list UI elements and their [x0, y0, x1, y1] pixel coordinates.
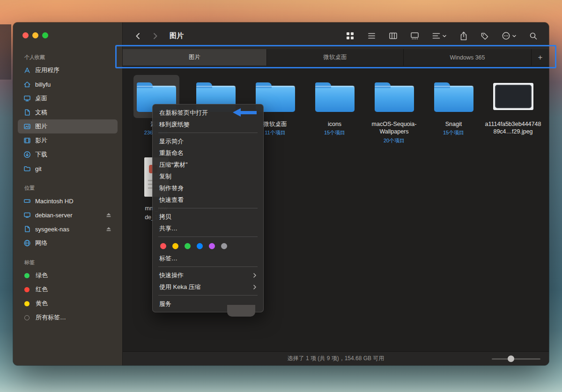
- sidebar-item-tag-red[interactable]: 红色: [18, 282, 118, 296]
- tag-color-purple[interactable]: [209, 243, 215, 249]
- menu-item-label: 拷贝: [159, 213, 171, 221]
- yellow-tag-icon: [24, 301, 30, 306]
- new-tab-button[interactable]: +: [532, 49, 549, 66]
- search-button[interactable]: [529, 32, 538, 40]
- tag-color-gray[interactable]: [221, 243, 227, 249]
- file-folder-snagit[interactable]: Snagit 15个项目: [424, 75, 483, 144]
- slider-track[interactable]: [492, 358, 540, 360]
- back-button[interactable]: [134, 32, 142, 40]
- menu-item-keka-compress[interactable]: 使用 Keka 压缩: [153, 281, 263, 293]
- tags-button[interactable]: [481, 32, 489, 40]
- menu-item-label: 共享…: [159, 224, 177, 233]
- zoom-button[interactable]: [42, 32, 48, 38]
- sidebar-item-label: 影片: [35, 136, 47, 145]
- sidebar-item-all-tags[interactable]: 所有标签…: [18, 311, 118, 325]
- sidebar-item-macintosh-hd[interactable]: Macintosh HD: [18, 194, 118, 208]
- close-button[interactable]: [22, 32, 29, 38]
- tab-label: 图片: [189, 53, 200, 61]
- file-item-count: 20个项目: [384, 137, 405, 144]
- menu-separator: [158, 266, 258, 267]
- list-view-button[interactable]: [367, 31, 376, 40]
- icon-size-slider[interactable]: [492, 355, 540, 362]
- tab-label: Windows 365: [450, 54, 485, 61]
- more-options-button[interactable]: [502, 31, 517, 40]
- sidebar-item-label: debian-server: [35, 212, 73, 219]
- menu-item-get-info[interactable]: 显示简介: [153, 135, 263, 147]
- tab-microsoft-desktop[interactable]: 微软桌面: [267, 49, 404, 66]
- tab-windows-365[interactable]: Windows 365: [404, 49, 532, 66]
- sidebar: 个人收藏 应用程序 billyfu 桌面 文: [13, 22, 123, 365]
- network-globe-icon: [23, 239, 31, 247]
- icon-view-button[interactable]: [346, 31, 355, 40]
- folder-icon: [434, 86, 473, 112]
- file-name: Snagit: [445, 120, 462, 128]
- sidebar-item-tag-yellow[interactable]: 黄色: [18, 296, 118, 311]
- menu-item-tags[interactable]: 标签…: [153, 252, 263, 264]
- file-name: macOS-Sequoia-Wallpapers: [366, 120, 423, 136]
- menu-separator: [158, 133, 258, 133]
- sidebar-item-label: 图片: [35, 122, 47, 131]
- file-item-count: 15个项目: [443, 129, 464, 136]
- minimize-button[interactable]: [32, 32, 38, 38]
- menu-item-label: 在新标签页中打开: [159, 109, 208, 117]
- menu-item-share[interactable]: 共享…: [153, 222, 263, 234]
- menu-item-label: 移到废纸篓: [159, 120, 190, 129]
- menu-item-compress[interactable]: 压缩“素材”: [153, 159, 263, 170]
- sidebar-item-downloads[interactable]: 下载: [18, 148, 118, 162]
- sidebar-item-pictures[interactable]: 图片: [18, 119, 118, 133]
- sidebar-item-label: 绿色: [36, 271, 48, 280]
- menu-item-copy[interactable]: 拷贝: [153, 211, 263, 222]
- sidebar-item-label: 网络: [35, 239, 47, 247]
- file-folder-macos-sequoia-wallpapers[interactable]: macOS-Sequoia-Wallpapers 20个项目: [364, 75, 424, 144]
- folder-icon: [315, 86, 355, 112]
- sidebar-item-git[interactable]: git: [18, 162, 118, 176]
- menu-item-quick-actions[interactable]: 快速操作: [153, 269, 263, 281]
- sidebar-item-label: Macintosh HD: [35, 198, 74, 205]
- menu-item-label: 使用 Keka 压缩: [159, 283, 201, 291]
- eject-icon[interactable]: [105, 226, 112, 232]
- menu-item-make-alias[interactable]: 制作替身: [153, 182, 263, 194]
- sidebar-item-movies[interactable]: 影片: [18, 133, 118, 148]
- gallery-view-button[interactable]: [410, 31, 419, 40]
- sidebar-item-sysgeek-nas[interactable]: sysgeek-nas: [18, 222, 118, 236]
- forward-button[interactable]: [151, 32, 159, 40]
- menu-item-move-to-trash[interactable]: 移到废纸篓: [153, 118, 263, 130]
- sidebar-item-label: 所有标签…: [36, 313, 66, 322]
- tab-pictures[interactable]: 图片: [123, 49, 267, 66]
- nas-icon: [23, 225, 31, 233]
- sidebar-scroll: 个人收藏 应用程序 billyfu 桌面 文: [13, 49, 122, 365]
- sidebar-item-debian-server[interactable]: debian-server: [18, 208, 118, 222]
- submenu-chevron-icon: [253, 284, 257, 290]
- sidebar-item-documents[interactable]: 文稿: [18, 105, 118, 119]
- menu-item-open-in-new-tab[interactable]: 在新标签页中打开: [153, 107, 263, 118]
- tag-color-red[interactable]: [160, 243, 166, 249]
- sidebar-section-locations: 位置 Macintosh HD debian-server sysgeek-na…: [18, 182, 118, 250]
- column-view-button[interactable]: [389, 31, 398, 40]
- share-button[interactable]: [459, 31, 468, 41]
- sidebar-item-desktop[interactable]: 桌面: [18, 91, 118, 105]
- sidebar-item-applications[interactable]: 应用程序: [18, 63, 118, 77]
- tab-bar: 图片 微软桌面 Windows 365 +: [123, 49, 549, 66]
- menu-item-quick-look[interactable]: 快速查看: [153, 194, 263, 206]
- applications-icon: [23, 67, 31, 74]
- menu-item-duplicate[interactable]: 复制: [153, 170, 263, 182]
- sidebar-item-network[interactable]: 网络: [18, 236, 118, 250]
- tag-color-green[interactable]: [185, 243, 191, 249]
- toolbar-actions: [346, 31, 549, 41]
- tag-color-yellow[interactable]: [172, 243, 178, 249]
- menu-item-label: 重新命名: [159, 149, 184, 157]
- sidebar-item-home[interactable]: billyfu: [18, 77, 118, 91]
- menu-item-rename[interactable]: 重新命名: [153, 147, 263, 159]
- menu-item-label: 压缩“素材”: [159, 161, 188, 169]
- tag-color-blue[interactable]: [197, 243, 203, 249]
- slider-knob[interactable]: [508, 355, 514, 362]
- group-by-button[interactable]: [432, 31, 447, 40]
- file-folder-icons[interactable]: icons 15个项目: [305, 75, 364, 144]
- eject-icon[interactable]: [105, 212, 112, 218]
- window-controls: [22, 32, 48, 38]
- chevron-down-icon: [512, 34, 517, 38]
- sidebar-section-title: 位置: [18, 182, 118, 194]
- file-image-jpeg[interactable]: a1114fa5b3eb44474889c4…f29.jpeg: [483, 75, 543, 144]
- sidebar-item-tag-green[interactable]: 绿色: [18, 268, 118, 282]
- sidebar-section-title: 标签: [18, 257, 118, 268]
